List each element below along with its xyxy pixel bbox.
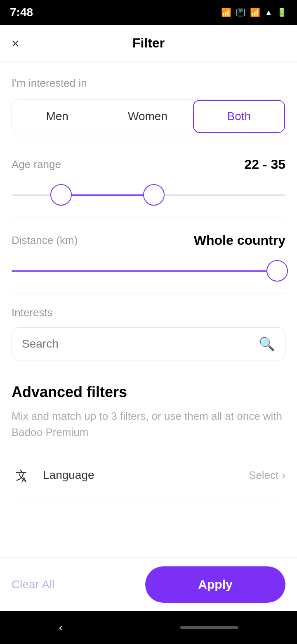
distance-slider[interactable] <box>12 256 285 285</box>
wifi-icon: 📶 <box>250 7 260 17</box>
bluetooth-icon: 📶 <box>221 7 231 17</box>
gender-selector: Men Women Both <box>12 99 285 133</box>
age-range-label: Age range <box>12 158 61 171</box>
distance-value: Whole country <box>194 233 285 248</box>
svg-text:A: A <box>21 476 26 483</box>
interests-label: Interests <box>12 306 285 319</box>
signal-icon: ▲ <box>264 8 273 17</box>
distance-label: Distance (km) <box>12 234 78 247</box>
distance-slider-thumb[interactable] <box>266 260 288 282</box>
age-range-header: Age range 22 - 35 <box>12 157 285 172</box>
vibrate-icon: 📳 <box>236 7 246 17</box>
age-slider-fill <box>61 194 154 196</box>
gender-men-button[interactable]: Men <box>12 100 102 133</box>
language-filter-row[interactable]: 文 A Language Select › <box>12 454 285 497</box>
search-icon: 🔍 <box>259 336 275 352</box>
interests-search-input[interactable] <box>22 337 259 350</box>
language-icon: 文 A <box>12 464 35 487</box>
distance-slider-track <box>12 270 285 272</box>
nav-home-pill[interactable] <box>180 626 238 629</box>
language-filter-action[interactable]: Select › <box>249 469 285 482</box>
age-range-section: Age range 22 - 35 <box>12 142 285 218</box>
close-button[interactable]: × <box>12 37 19 50</box>
page-title: Filter <box>132 36 165 51</box>
clear-all-button[interactable]: Clear All <box>12 578 54 591</box>
gender-women-button[interactable]: Women <box>102 100 193 133</box>
age-slider-thumb-left[interactable] <box>50 184 72 206</box>
language-filter-label: Language <box>43 469 249 482</box>
filter-header: × Filter <box>0 25 297 62</box>
distance-section: Distance (km) Whole country <box>12 218 285 294</box>
advanced-filters-title: Advanced filters <box>12 384 285 401</box>
interested-in-section: I'm interested in Men Women Both <box>12 62 285 142</box>
language-chevron-icon: › <box>282 469 285 482</box>
age-range-value: 22 - 35 <box>244 157 285 172</box>
status-time: 7:48 <box>10 6 33 19</box>
status-icons: 📶 📳 📶 ▲ 🔋 <box>221 7 287 17</box>
gender-both-button[interactable]: Both <box>193 100 285 133</box>
advanced-filters-subtitle: Mix and match up to 3 filters, or use th… <box>12 408 285 440</box>
age-range-slider[interactable] <box>12 180 285 209</box>
bottom-bar: Clear All Apply <box>0 557 297 611</box>
advanced-filters-section: Advanced filters Mix and match up to 3 f… <box>12 369 285 505</box>
nav-bar: ‹ <box>0 611 297 644</box>
age-slider-thumb-right[interactable] <box>143 184 165 206</box>
interested-in-label: I'm interested in <box>12 77 285 90</box>
language-select-label: Select <box>249 469 278 482</box>
distance-header: Distance (km) Whole country <box>12 233 285 248</box>
filter-content: I'm interested in Men Women Both Age ran… <box>0 62 297 557</box>
status-bar: 7:48 📶 📳 📶 ▲ 🔋 <box>0 0 297 25</box>
interests-section: Interests 🔍 <box>12 294 285 369</box>
battery-icon: 🔋 <box>277 7 287 17</box>
apply-button[interactable]: Apply <box>145 566 285 603</box>
nav-back-icon[interactable]: ‹ <box>59 621 63 634</box>
interests-search-box: 🔍 <box>12 327 285 360</box>
